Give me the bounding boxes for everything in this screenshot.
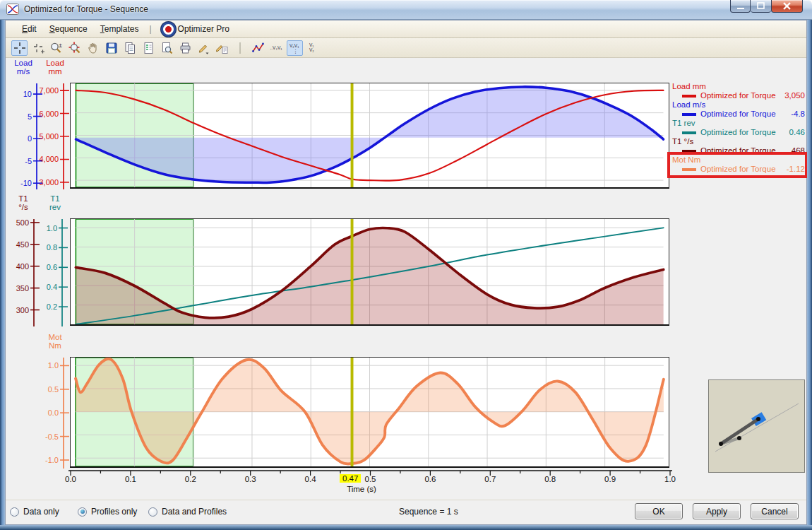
y-tick-label: 0.2 xyxy=(26,302,57,311)
x-tick-label: 0.1 xyxy=(117,475,145,483)
window-title: Optimized for Torque - Sequence xyxy=(24,4,148,14)
y-tick-label: -1.0 xyxy=(28,456,59,464)
legend-swatch xyxy=(682,131,696,134)
axis-title-mot-nm: Mot Nm xyxy=(34,333,76,350)
x-tick-label: 0.4 xyxy=(297,475,325,483)
legend-swatch xyxy=(682,95,696,98)
y-tick-label: 0.4 xyxy=(26,283,57,291)
stacked-plots-icon[interactable]: V₂V₁⋮ xyxy=(287,40,303,56)
y-tick-label: 1.0 xyxy=(28,361,59,370)
chart-bottom[interactable] xyxy=(70,357,669,468)
crosshair-cursor-icon[interactable] xyxy=(11,40,28,56)
save-icon[interactable] xyxy=(103,40,119,56)
report-icon[interactable] xyxy=(140,40,156,56)
close-button[interactable] xyxy=(771,0,803,13)
legend-highlight-annotation xyxy=(667,152,808,178)
radio-circle-icon xyxy=(148,507,157,517)
radio-data-only[interactable]: Data only xyxy=(10,507,59,517)
print-preview-icon[interactable] xyxy=(158,40,174,56)
crosshair-add-icon[interactable] xyxy=(30,40,46,56)
window-frame-bottom xyxy=(0,525,812,530)
ok-button[interactable]: OK xyxy=(635,503,683,519)
x-tick-label: 1.0 xyxy=(656,475,684,483)
edit-pencil-icon[interactable] xyxy=(195,40,211,56)
y-tick-label: 4,000 xyxy=(28,155,59,163)
sequence-status: Sequence = 1 s xyxy=(399,507,458,517)
y-tick-label: 7,000 xyxy=(28,86,59,95)
minimize-button[interactable] xyxy=(730,0,751,13)
legend-entry-load-m-s[interactable]: Load m/sOptimized for Torque-4.8 xyxy=(672,100,806,119)
pan-hand-icon[interactable] xyxy=(85,40,101,56)
legend-cursor-value: 0.46 xyxy=(789,128,805,137)
x-tick-label: 0.9 xyxy=(596,475,624,483)
menu-separator: | xyxy=(145,24,155,34)
x-axis-title: Time (s) xyxy=(333,485,390,493)
overlay-plots-icon[interactable]: ..V₂V₁ xyxy=(268,40,285,56)
titlebar: Optimized for Torque - Sequence xyxy=(0,0,812,20)
print-icon[interactable] xyxy=(177,40,193,56)
legend-cursor-value: 3,050 xyxy=(784,91,805,100)
legend-entry-t1-rev[interactable]: T1 revOptimized for Torque0.46 xyxy=(672,119,806,137)
axis-title-load-mm: Load mm xyxy=(34,59,76,76)
y-tick-label: 3,000 xyxy=(28,178,59,187)
y-tick-label: 5,000 xyxy=(28,132,59,141)
svg-text:⋮: ⋮ xyxy=(293,49,298,54)
window: Optimized for Torque - Sequence EditSequ… xyxy=(0,0,812,530)
separator xyxy=(232,40,248,56)
svg-text:±: ± xyxy=(59,41,62,48)
svg-text:V₁: V₁ xyxy=(309,42,314,47)
mechanism-drawing xyxy=(709,380,804,472)
legend-swatch xyxy=(682,113,696,116)
svg-text:V₂V₁: V₂V₁ xyxy=(289,43,299,48)
chart-middle[interactable] xyxy=(70,218,669,326)
edit-notes-icon[interactable] xyxy=(213,40,229,56)
legend-cursor-value: -4.8 xyxy=(791,110,805,119)
cancel-button[interactable]: Cancel xyxy=(751,503,799,519)
y-tick-label: 0.8 xyxy=(26,243,57,252)
legend-entry-load-mm[interactable]: Load mmOptimized for Torque3,050 xyxy=(672,82,806,100)
chart-top[interactable] xyxy=(70,83,669,189)
menu-templates[interactable]: Templates xyxy=(94,22,145,36)
x-tick-label: 0.2 xyxy=(177,475,205,483)
y-tick-label: 0.6 xyxy=(26,263,57,271)
radio-data-and-profiles[interactable]: Data and Profiles xyxy=(148,507,227,517)
window-frame-right xyxy=(807,20,812,530)
footer-separator xyxy=(6,500,806,500)
menu-bar: EditSequenceTemplates|Optimizer Pro xyxy=(6,20,806,38)
axis-title-t1-rev: T1 rev xyxy=(34,194,76,211)
menu-optimizer-pro[interactable]: Optimizer Pro xyxy=(156,22,234,37)
y-tick-label: 0.0 xyxy=(28,408,59,417)
y-tick-label: 1.0 xyxy=(26,224,57,232)
x-tick-label: 0.3 xyxy=(237,475,265,483)
mechanism-preview xyxy=(708,379,805,473)
optimizer-pro-roundel-icon xyxy=(163,24,174,35)
xy-plot-icon[interactable] xyxy=(250,40,266,56)
zoom-extents-icon[interactable] xyxy=(66,40,83,56)
zoom-in-out-icon[interactable]: ± xyxy=(48,40,64,56)
split-plots-icon[interactable]: V₁V₂ xyxy=(305,40,321,56)
menu-edit[interactable]: Edit xyxy=(16,22,43,36)
x-tick-label: 0.8 xyxy=(536,475,564,483)
x-tick-label: 0.7 xyxy=(476,475,504,483)
window-frame-left xyxy=(0,20,5,530)
cursor-time-label: 0.47 xyxy=(340,474,361,483)
radio-profiles-only[interactable]: Profiles only xyxy=(78,507,137,517)
copy-icon[interactable] xyxy=(121,40,138,56)
x-tick-label: 0.0 xyxy=(56,475,85,483)
svg-text:V₂: V₂ xyxy=(309,47,314,52)
menu-sequence[interactable]: Sequence xyxy=(43,22,94,36)
apply-button[interactable]: Apply xyxy=(693,503,741,519)
window-controls xyxy=(730,0,803,13)
y-tick-label: -0.5 xyxy=(28,432,59,441)
y-tick-label: 0.5 xyxy=(28,385,59,394)
y-tick-label: 6,000 xyxy=(28,110,59,118)
svg-text:..V₂V₁: ..V₂V₁ xyxy=(270,45,282,50)
toolbar: ±..V₂V₁V₂V₁⋮V₁V₂ xyxy=(6,38,806,58)
maximize-button[interactable] xyxy=(751,0,771,13)
radio-circle-icon xyxy=(10,507,19,517)
app-icon xyxy=(6,4,19,15)
radio-circle-icon xyxy=(78,507,87,517)
x-tick-label: 0.6 xyxy=(416,475,444,483)
